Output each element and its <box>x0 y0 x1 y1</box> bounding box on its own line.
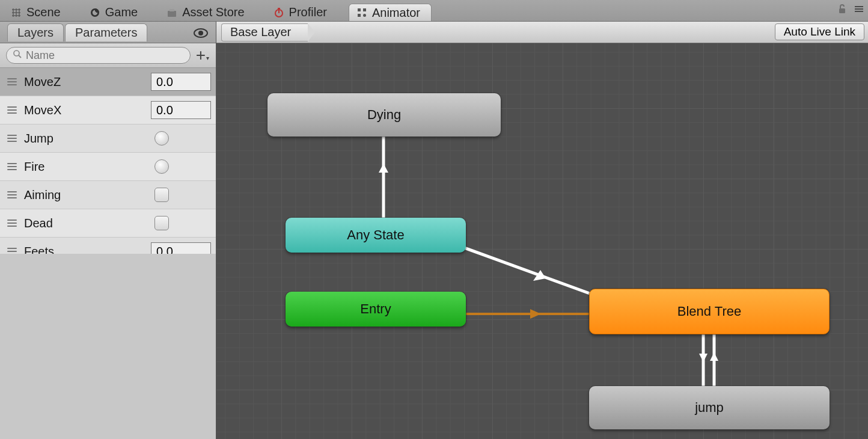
tab-game[interactable]: Game <box>82 4 148 21</box>
drag-handle-icon[interactable] <box>6 106 18 114</box>
svg-marker-30 <box>699 354 708 362</box>
state-machine-canvas[interactable]: Dying Any State Entry Blend Tree jump <box>216 43 868 439</box>
svg-point-21 <box>14 51 19 56</box>
sidebar-subtabs: Layers Parameters <box>0 22 216 43</box>
tab-profiler-label: Profiler <box>289 5 327 19</box>
parameter-value-trigger[interactable] <box>154 159 169 174</box>
animator-graph-area: Base Layer Auto Live Link <box>216 22 868 439</box>
drag-handle-icon[interactable] <box>6 220 18 227</box>
parameter-row-movex[interactable]: MoveX <box>0 96 216 124</box>
window-menu-icon[interactable] <box>854 4 864 14</box>
auto-live-link-button[interactable]: Auto Live Link <box>775 23 864 40</box>
state-node-jump[interactable]: jump <box>589 386 830 429</box>
tab-assetstore[interactable]: Asset Store <box>159 4 255 21</box>
parameter-name: Fire <box>24 160 154 174</box>
svg-rect-15 <box>839 8 845 13</box>
svg-rect-17 <box>855 8 863 10</box>
parameter-search-field[interactable] <box>6 47 191 64</box>
svg-line-25 <box>446 241 596 296</box>
state-node-anystate[interactable]: Any State <box>286 218 466 253</box>
parameter-value-float[interactable] <box>151 242 211 254</box>
parameter-search-row: +▾ <box>0 43 216 68</box>
tab-scene[interactable]: Scene <box>4 4 72 21</box>
svg-rect-12 <box>363 8 366 11</box>
svg-point-20 <box>198 31 203 35</box>
tab-assetstore-label: Asset Store <box>182 5 244 19</box>
state-label: Any State <box>347 227 404 243</box>
svg-rect-13 <box>358 14 361 17</box>
subtab-parameters[interactable]: Parameters <box>65 23 147 41</box>
game-icon <box>90 7 100 18</box>
state-label: jump <box>695 400 724 416</box>
parameter-list: MoveZ MoveX Jump Fire Aiming <box>0 68 216 254</box>
tab-animator[interactable]: Animator <box>349 4 432 21</box>
breadcrumb-bar: Base Layer Auto Live Link <box>216 22 868 43</box>
svg-marker-32 <box>710 352 718 361</box>
svg-rect-6 <box>168 11 176 17</box>
parameter-row-dead[interactable]: Dead <box>0 209 216 238</box>
state-label: Dying <box>367 107 401 123</box>
dropdown-caret-icon: ▾ <box>206 55 209 61</box>
svg-rect-16 <box>855 6 863 7</box>
scene-icon <box>11 7 22 18</box>
animator-icon <box>356 7 367 18</box>
svg-marker-26 <box>533 270 546 281</box>
parameter-value-float[interactable] <box>151 101 211 119</box>
tab-game-label: Game <box>105 5 138 19</box>
assetstore-icon <box>167 7 177 18</box>
parameter-row-feets[interactable]: Feets <box>0 238 216 254</box>
breadcrumb-root[interactable]: Base Layer <box>221 23 308 41</box>
drag-handle-icon[interactable] <box>6 135 18 142</box>
svg-point-14 <box>363 14 366 17</box>
parameter-value-trigger[interactable] <box>154 131 169 146</box>
parameter-row-aiming[interactable]: Aiming <box>0 181 216 209</box>
svg-line-22 <box>19 55 21 58</box>
plus-icon: + <box>196 47 206 64</box>
state-node-entry[interactable]: Entry <box>286 292 466 327</box>
state-node-blendtree[interactable]: Blend Tree <box>589 289 830 334</box>
svg-rect-10 <box>278 8 280 9</box>
parameter-name: MoveZ <box>24 75 151 89</box>
drag-handle-icon[interactable] <box>6 78 18 85</box>
svg-marker-24 <box>379 164 388 173</box>
parameter-name: Jump <box>24 132 154 146</box>
parameter-value-checkbox[interactable] <box>154 216 169 230</box>
top-tab-strip: Scene Game Asset Store Profiler Animator <box>0 0 868 22</box>
parameter-value-float[interactable] <box>151 73 211 91</box>
main-split: Layers Parameters +▾ MoveZ <box>0 22 868 439</box>
drag-handle-icon[interactable] <box>6 163 18 170</box>
state-label: Entry <box>360 301 391 317</box>
tab-scene-label: Scene <box>26 5 61 19</box>
parameter-search-input[interactable] <box>26 49 184 62</box>
parameter-name: MoveX <box>24 103 151 117</box>
svg-rect-18 <box>855 11 863 12</box>
state-node-dying[interactable]: Dying <box>267 93 501 137</box>
svg-marker-28 <box>530 309 541 319</box>
parameter-name: Feets <box>24 245 151 254</box>
add-parameter-button[interactable]: +▾ <box>195 48 210 63</box>
drag-handle-icon[interactable] <box>6 248 18 254</box>
parameter-row-fire[interactable]: Fire <box>0 153 216 181</box>
state-label: Blend Tree <box>677 304 741 319</box>
svg-rect-11 <box>358 8 361 11</box>
lock-icon[interactable] <box>837 4 848 14</box>
drag-handle-icon[interactable] <box>6 191 18 198</box>
subtab-layers[interactable]: Layers <box>7 23 64 41</box>
parameter-row-jump[interactable]: Jump <box>0 124 216 153</box>
parameter-name: Dead <box>24 216 154 230</box>
profiler-icon <box>274 7 284 18</box>
tab-animator-label: Animator <box>372 6 420 20</box>
visibility-toggle-icon[interactable] <box>193 25 209 41</box>
svg-rect-7 <box>170 9 174 11</box>
parameter-value-checkbox[interactable] <box>154 188 169 202</box>
parameters-panel: Layers Parameters +▾ MoveZ <box>0 22 216 439</box>
tab-profiler[interactable]: Profiler <box>266 4 338 21</box>
sidebar-empty-space <box>0 254 216 440</box>
search-icon <box>13 49 22 62</box>
parameter-name: Aiming <box>24 188 154 202</box>
parameter-row-movez[interactable]: MoveZ <box>0 68 216 96</box>
